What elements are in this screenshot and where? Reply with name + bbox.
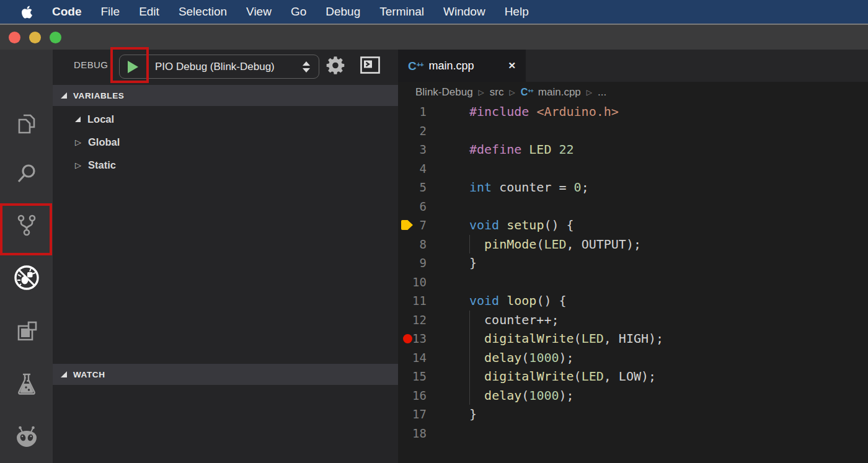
- variables-item-global[interactable]: ▷Global: [53, 132, 398, 152]
- menu-item-help[interactable]: Help: [505, 5, 529, 19]
- tab-main-cpp[interactable]: C++ main.cpp ✕: [398, 50, 526, 82]
- code-text[interactable]: pinMode(LED, OUTPUT);: [427, 235, 868, 254]
- line-number[interactable]: 14: [398, 348, 427, 368]
- variables-item-static[interactable]: ▷Static: [53, 155, 398, 175]
- code-text[interactable]: delay(1000);: [427, 348, 868, 368]
- twistie-expanded-icon: [75, 117, 81, 122]
- platformio-icon[interactable]: [0, 420, 53, 454]
- code-text[interactable]: [427, 273, 868, 292]
- debug-panel-title: DEBUG: [74, 60, 108, 70]
- breadcrumb-item-src[interactable]: src: [490, 86, 504, 99]
- code-text[interactable]: }: [427, 254, 868, 273]
- code-line-10[interactable]: 10: [398, 273, 868, 292]
- menu-item-file[interactable]: File: [101, 5, 120, 19]
- menu-item-selection[interactable]: Selection: [179, 5, 227, 19]
- variables-section-header[interactable]: VARIABLES: [53, 85, 398, 106]
- search-icon[interactable]: [0, 156, 53, 191]
- twistie-collapsed-icon: ▷: [75, 161, 81, 169]
- code-text[interactable]: digitalWrite(LED, LOW);: [427, 367, 868, 386]
- code-line-14[interactable]: 14 delay(1000);: [398, 348, 868, 368]
- extensions-icon[interactable]: [0, 314, 53, 349]
- debug-config-select[interactable]: PIO Debug (Blink-Debug): [119, 55, 319, 79]
- code-line-12[interactable]: 12 counter++;: [398, 311, 868, 330]
- line-number[interactable]: 3: [398, 140, 427, 159]
- menu-item-go[interactable]: Go: [291, 5, 306, 19]
- close-tab-icon[interactable]: ✕: [508, 60, 516, 71]
- code-text[interactable]: [427, 197, 868, 216]
- line-number[interactable]: 13: [398, 329, 427, 348]
- code-text[interactable]: [427, 159, 868, 179]
- code-text[interactable]: #define LED 22: [427, 140, 868, 159]
- zoom-window-button[interactable]: [50, 32, 61, 43]
- line-number[interactable]: 8: [398, 235, 427, 254]
- code-text[interactable]: digitalWrite(LED, HIGH);: [427, 329, 868, 348]
- code-line-18[interactable]: 18: [398, 424, 868, 443]
- menu-item-view[interactable]: View: [246, 5, 272, 19]
- line-number[interactable]: 12: [398, 311, 427, 330]
- line-number[interactable]: 6: [398, 197, 427, 216]
- code-line-7[interactable]: 7void setup() {: [398, 216, 868, 235]
- debug-start-button play-icon[interactable]: [128, 61, 138, 73]
- breadcrumb-item-main-cpp[interactable]: main.cpp: [538, 86, 581, 99]
- code-text[interactable]: [427, 424, 868, 443]
- code-text[interactable]: void loop() {: [427, 291, 868, 311]
- line-number[interactable]: 11: [398, 291, 427, 311]
- code-text[interactable]: [427, 121, 868, 141]
- breakpoint-icon[interactable]: [403, 334, 412, 343]
- line-number[interactable]: 4: [398, 159, 427, 179]
- gear-icon[interactable]: [326, 55, 347, 78]
- code-line-3[interactable]: 3#define LED 22: [398, 140, 868, 159]
- variables-item-local[interactable]: Local: [53, 109, 398, 129]
- debug-sidebar: DEBUG PIO Debug (Blink-Debug): [53, 50, 398, 463]
- menu-item-window[interactable]: Window: [443, 5, 485, 19]
- code-line-5[interactable]: 5int counter = 0;: [398, 178, 868, 197]
- source-control-icon[interactable]: [0, 208, 53, 242]
- line-number[interactable]: 9: [398, 254, 427, 273]
- code-text[interactable]: counter++;: [427, 311, 868, 330]
- code-line-16[interactable]: 16 delay(1000);: [398, 386, 868, 405]
- menu-item-code[interactable]: Code: [52, 5, 82, 19]
- line-number[interactable]: 2: [398, 121, 427, 141]
- line-number[interactable]: 18: [398, 424, 427, 443]
- code-text[interactable]: }: [427, 405, 868, 424]
- window-title-bar: [0, 24, 868, 50]
- code-text[interactable]: int counter = 0;: [427, 178, 868, 197]
- chevron-right-icon: ▷: [510, 88, 515, 97]
- code-line-17[interactable]: 17}: [398, 405, 868, 424]
- code-line-4[interactable]: 4: [398, 159, 868, 179]
- code-editor[interactable]: 1#include <Arduino.h>23#define LED 2245i…: [398, 102, 868, 443]
- vscode-window: CodeFileEditSelectionViewGoDebugTerminal…: [0, 0, 868, 463]
- code-line-9[interactable]: 9}: [398, 254, 868, 273]
- code-text[interactable]: #include <Arduino.h>: [427, 102, 868, 121]
- watch-section-header[interactable]: WATCH: [53, 364, 398, 385]
- close-window-button[interactable]: [9, 32, 20, 43]
- code-line-13[interactable]: 13 digitalWrite(LED, HIGH);: [398, 329, 868, 348]
- explorer-icon[interactable]: [0, 107, 53, 141]
- apple-menu-icon[interactable]: [21, 5, 33, 19]
- code-text[interactable]: delay(1000);: [427, 386, 868, 405]
- code-line-11[interactable]: 11void loop() {: [398, 291, 868, 311]
- select-updown-icon: [303, 61, 310, 73]
- line-number[interactable]: 17: [398, 405, 427, 424]
- menu-item-edit[interactable]: Edit: [139, 5, 159, 19]
- breadcrumb-item-blink-debug[interactable]: Blink-Debug: [415, 86, 473, 99]
- line-number[interactable]: 10: [398, 273, 427, 292]
- code-text[interactable]: void setup() {: [427, 216, 868, 235]
- line-number[interactable]: 5: [398, 178, 427, 197]
- line-number[interactable]: 15: [398, 367, 427, 386]
- code-line-1[interactable]: 1#include <Arduino.h>: [398, 102, 868, 121]
- test-beaker-icon[interactable]: [0, 367, 53, 402]
- line-number[interactable]: 1: [398, 102, 427, 121]
- code-line-15[interactable]: 15 digitalWrite(LED, LOW);: [398, 367, 868, 386]
- debug-console-icon[interactable]: [360, 56, 380, 76]
- code-line-8[interactable]: 8 pinMode(LED, OUTPUT);: [398, 235, 868, 254]
- debug-icon[interactable]: [0, 260, 53, 295]
- breadcrumb-item--[interactable]: ...: [598, 86, 606, 99]
- line-number[interactable]: 16: [398, 386, 427, 405]
- code-line-6[interactable]: 6: [398, 197, 868, 216]
- code-line-2[interactable]: 2: [398, 121, 868, 141]
- menu-item-terminal[interactable]: Terminal: [379, 5, 424, 19]
- twistie-collapsed-icon: ▷: [75, 138, 81, 146]
- minimize-window-button[interactable]: [29, 32, 41, 43]
- menu-item-debug[interactable]: Debug: [326, 5, 360, 19]
